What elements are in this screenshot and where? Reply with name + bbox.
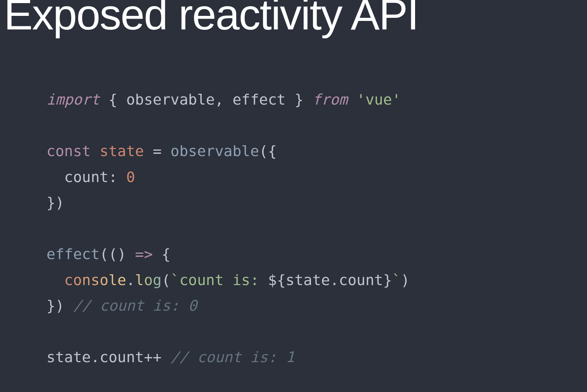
prop-count: count [64,168,108,186]
obj-console: console [64,272,126,289]
interp-close: } [383,272,392,289]
obj-state: state [286,272,330,289]
punct-brace-open: { [100,91,126,108]
punct-paren-open: ( [161,272,170,289]
prop-count: count [339,272,383,289]
punct-comma: , [215,91,233,108]
template-literal-start: `count is: [170,272,268,289]
slide-title: Exposed reactivity API [4,0,587,36]
keyword-from: from [312,91,348,108]
punct-equals: = [144,143,171,160]
indent [46,272,64,289]
code-block: import { observable, effect } from 'vue'… [46,87,587,370]
space [348,91,357,108]
template-literal-end: ` [392,272,401,289]
code-line-8: console.log(`count is: ${state.count}`) [46,272,410,289]
keyword-import: import [46,91,100,108]
indent [46,168,64,186]
punct-colon: : [108,168,126,186]
fn-observable: observable [170,143,259,160]
obj-state: state [46,349,91,366]
punct-brace-open: { [161,246,170,263]
code-line-3: const state = observable({ [46,143,277,160]
var-state: state [100,143,144,160]
punct-dot: . [126,272,135,289]
number-zero: 0 [126,168,135,186]
punct-paren-close: ) [401,272,410,289]
interp-open: ${ [268,272,286,289]
prop-count: count [100,349,144,366]
string-module: 'vue' [357,91,401,108]
punct-call-open: ({ [259,143,277,160]
symbol-effect: effect [232,91,285,108]
code-line-11: state.count++ // count is: 1 [46,349,295,366]
punct-paren-open: ( [100,246,108,263]
arrow-params: () [108,246,126,263]
code-line-9: }) // count is: 0 [46,297,197,314]
punct-close: }) [46,297,73,314]
code-line-7: effect(() => { [46,246,170,263]
punct-dot: . [91,349,100,366]
keyword-const: const [46,143,91,160]
punct-dot: . [330,272,339,289]
comment-count-0: // count is: 0 [73,297,197,314]
punct-close: }) [46,194,64,211]
comment-count-1: // count is: 1 [170,349,294,366]
arrow-op: => [126,246,162,263]
code-line-5: }) [46,194,64,211]
fn-log: log [135,272,162,289]
space [91,143,100,160]
op-increment: ++ [144,349,171,366]
code-line-4: count: 0 [46,168,135,186]
symbol-observable: observable [126,91,215,108]
fn-effect: effect [46,246,100,263]
code-line-1: import { observable, effect } from 'vue' [46,91,401,108]
punct-brace-close: } [286,91,312,108]
